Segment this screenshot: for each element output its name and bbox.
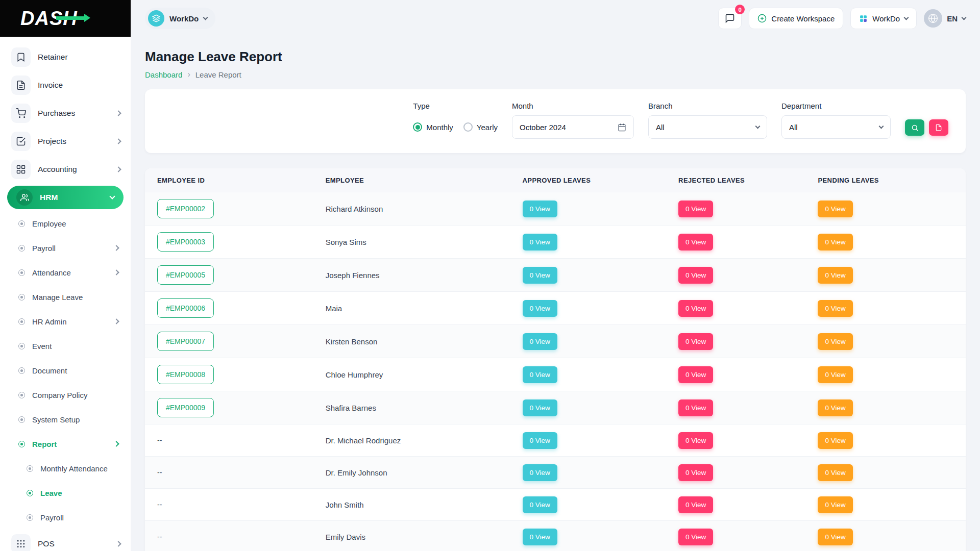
bullet-icon	[27, 514, 33, 521]
search-button[interactable]	[905, 119, 924, 136]
sidebar-item-company-policy[interactable]: Company Policy	[0, 383, 131, 407]
employee-id-badge[interactable]: #EMP00005	[157, 265, 214, 285]
logo-arrow-icon	[56, 16, 85, 20]
sidebar-item-projects[interactable]: Projects	[0, 127, 131, 155]
sidebar-item-payroll-report[interactable]: Payroll	[0, 505, 131, 530]
approved-leaves-button[interactable]: 0 View	[523, 496, 557, 513]
workspace-selector[interactable]: WorkDo	[145, 8, 215, 29]
pending-leaves-button[interactable]: 0 View	[818, 529, 852, 545]
branch-select[interactable]: All	[648, 115, 767, 139]
sidebar-item-hrm[interactable]: HRM	[7, 186, 124, 209]
app-logo[interactable]: DASH	[20, 8, 78, 30]
type-yearly-radio[interactable]: Yearly	[463, 122, 498, 132]
rejected-leaves-button[interactable]: 0 View	[678, 333, 713, 350]
department-select[interactable]: All	[781, 115, 891, 139]
month-input[interactable]: October 2024	[512, 115, 634, 139]
employee-id-badge[interactable]: #EMP00006	[157, 298, 214, 318]
language-selector[interactable]: EN	[924, 9, 966, 28]
type-label: Type	[413, 102, 498, 110]
type-monthly-radio[interactable]: Monthly	[413, 122, 453, 132]
rejected-leaves-button[interactable]: 0 View	[678, 234, 713, 251]
rejected-leaves-button[interactable]: 0 View	[678, 267, 713, 284]
branch-filter: Branch All	[648, 102, 767, 139]
rejected-leaves-button[interactable]: 0 View	[678, 201, 713, 217]
approved-leaves-button[interactable]: 0 View	[523, 432, 557, 449]
branch-value: All	[656, 123, 665, 132]
pending-leaves-button[interactable]: 0 View	[818, 333, 852, 350]
bookmark-icon	[11, 47, 31, 67]
approved-leaves-button[interactable]: 0 View	[523, 201, 557, 217]
employee-id-badge[interactable]: #EMP00009	[157, 398, 214, 417]
pending-leaves-button[interactable]: 0 View	[818, 201, 852, 217]
main-area: WorkDo 0 Create Workspace WorkDo	[131, 0, 980, 551]
create-workspace-button[interactable]: Create Workspace	[749, 8, 843, 29]
approved-leaves-button[interactable]: 0 View	[523, 333, 557, 350]
approved-leaves-button[interactable]: 0 View	[523, 464, 557, 481]
sidebar-item-document[interactable]: Document	[0, 358, 131, 383]
employee-id-badge[interactable]: #EMP00008	[157, 365, 214, 384]
topbar: WorkDo 0 Create Workspace WorkDo	[131, 0, 980, 37]
sidebar-item-report[interactable]: Report	[0, 432, 131, 456]
employee-id-badge[interactable]: #EMP00007	[157, 332, 214, 351]
rejected-leaves-button[interactable]: 0 View	[678, 300, 713, 317]
workdo-menu-label: WorkDo	[872, 14, 900, 23]
employee-name: Maia	[317, 292, 514, 325]
pending-leaves-button[interactable]: 0 View	[818, 432, 852, 449]
table-body: #EMP00002 Richard Atkinson 0 View 0 View…	[145, 192, 966, 551]
chevron-down-icon	[904, 15, 909, 20]
pending-leaves-button[interactable]: 0 View	[818, 300, 852, 317]
rejected-leaves-button[interactable]: 0 View	[678, 399, 713, 416]
employee-id-badge[interactable]: #EMP00003	[157, 232, 214, 252]
department-filter: Department All	[781, 102, 891, 139]
rejected-leaves-button[interactable]: 0 View	[678, 464, 713, 481]
rejected-leaves-button[interactable]: 0 View	[678, 496, 713, 513]
month-filter: Month October 2024	[512, 102, 634, 139]
pending-leaves-button[interactable]: 0 View	[818, 399, 852, 416]
sidebar-item-payroll[interactable]: Payroll	[0, 236, 131, 260]
sidebar-item-attendance[interactable]: Attendance	[0, 260, 131, 285]
employee-id-badge[interactable]: #EMP00002	[157, 199, 214, 218]
pending-leaves-button[interactable]: 0 View	[818, 234, 852, 251]
breadcrumb-dashboard-link[interactable]: Dashboard	[145, 70, 182, 79]
bullet-icon	[18, 392, 25, 398]
export-button[interactable]	[929, 119, 948, 136]
bullet-icon	[18, 367, 25, 374]
create-workspace-label: Create Workspace	[771, 14, 835, 23]
sidebar-item-event[interactable]: Event	[0, 334, 131, 358]
sidebar-item-manage-leave[interactable]: Manage Leave	[0, 285, 131, 309]
rejected-leaves-button[interactable]: 0 View	[678, 366, 713, 383]
sidebar-item-system-setup[interactable]: System Setup	[0, 407, 131, 432]
sidebar-item-retainer[interactable]: Retainer	[0, 43, 131, 71]
pending-leaves-button[interactable]: 0 View	[818, 267, 852, 284]
rejected-leaves-button[interactable]: 0 View	[678, 529, 713, 545]
sidebar-item-employee[interactable]: Employee	[0, 211, 131, 236]
messages-button[interactable]: 0	[718, 8, 742, 29]
sidebar-item-label: Leave	[40, 489, 62, 497]
workdo-menu-button[interactable]: WorkDo	[850, 8, 917, 29]
approved-leaves-button[interactable]: 0 View	[523, 300, 557, 317]
pending-leaves-button[interactable]: 0 View	[818, 366, 852, 383]
sidebar-item-label: Company Policy	[32, 391, 87, 399]
approved-leaves-button[interactable]: 0 View	[523, 267, 557, 284]
sidebar-item-invoice[interactable]: Invoice	[0, 71, 131, 99]
bullet-icon	[18, 245, 25, 252]
grid-icon	[11, 160, 31, 179]
leave-report-table: EMPLOYEE ID EMPLOYEE APPROVED LEAVES REJ…	[145, 168, 966, 551]
sidebar-item-leave[interactable]: Leave	[0, 481, 131, 505]
col-approved-leaves: APPROVED LEAVES	[514, 168, 671, 192]
chevron-right-icon	[115, 138, 121, 144]
sidebar-item-accounting[interactable]: Accounting	[0, 155, 131, 183]
approved-leaves-button[interactable]: 0 View	[523, 234, 557, 251]
sidebar-item-pos[interactable]: POS	[0, 530, 131, 551]
pending-leaves-button[interactable]: 0 View	[818, 496, 852, 513]
pending-leaves-button[interactable]: 0 View	[818, 464, 852, 481]
rejected-leaves-button[interactable]: 0 View	[678, 432, 713, 449]
approved-leaves-button[interactable]: 0 View	[523, 366, 557, 383]
sidebar-item-hr-admin[interactable]: HR Admin	[0, 309, 131, 334]
workspace-name: WorkDo	[169, 14, 199, 23]
approved-leaves-button[interactable]: 0 View	[523, 529, 557, 545]
sidebar-item-monthly-attendance[interactable]: Monthly Attendance	[0, 456, 131, 481]
approved-leaves-button[interactable]: 0 View	[523, 399, 557, 416]
bullet-icon	[18, 343, 25, 349]
sidebar-item-purchases[interactable]: Purchases	[0, 99, 131, 127]
